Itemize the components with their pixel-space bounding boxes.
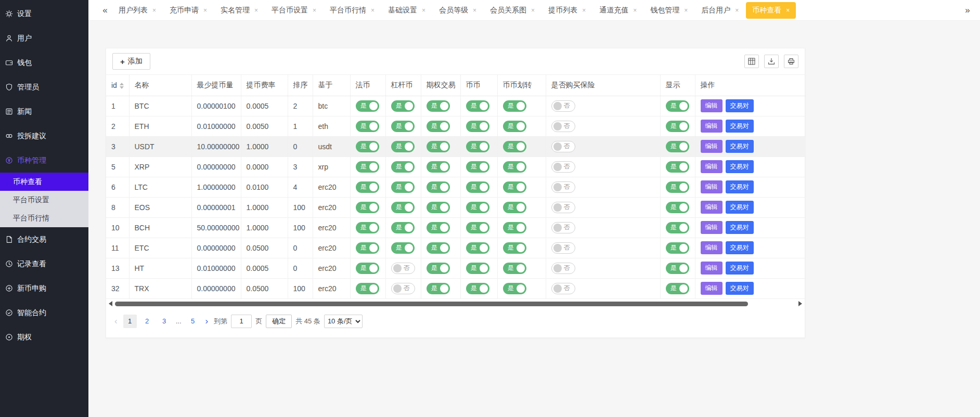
toggle-coin-transfer[interactable]: 是 bbox=[503, 121, 526, 132]
toggle-fiat[interactable]: 是 bbox=[356, 202, 379, 213]
trading-pair-button[interactable]: 交易对 bbox=[726, 241, 754, 254]
goto-page-input[interactable] bbox=[231, 315, 252, 328]
toggle-fiat[interactable]: 是 bbox=[356, 242, 379, 254]
toggle-fiat[interactable]: 是 bbox=[356, 100, 379, 112]
edit-button[interactable]: 编辑 bbox=[701, 99, 723, 112]
export-icon[interactable] bbox=[764, 55, 779, 68]
edit-button[interactable]: 编辑 bbox=[701, 221, 723, 233]
toggle-insurance[interactable]: 否 bbox=[551, 121, 575, 132]
toggle-show[interactable]: 是 bbox=[666, 161, 689, 173]
toggle-coin-transfer[interactable]: 是 bbox=[503, 181, 526, 193]
tab-close-icon[interactable]: × bbox=[203, 7, 207, 14]
tabs-scroll-left-icon[interactable]: « bbox=[98, 5, 112, 16]
toggle-option-trade[interactable]: 是 bbox=[427, 121, 450, 132]
sidebar-item-news[interactable]: 新闻 bbox=[0, 99, 88, 124]
toggle-option-trade[interactable]: 是 bbox=[427, 100, 450, 112]
trading-pair-button[interactable]: 交易对 bbox=[726, 201, 754, 213]
scrollbar-right-arrow-icon[interactable] bbox=[798, 301, 802, 306]
trading-pair-button[interactable]: 交易对 bbox=[726, 99, 754, 112]
toggle-leverage[interactable]: 是 bbox=[391, 222, 415, 233]
sidebar-subitem-platform-coin-settings[interactable]: 平台币设置 bbox=[0, 191, 88, 209]
toggle-coin-transfer[interactable]: 是 bbox=[503, 202, 526, 213]
trading-pair-button[interactable]: 交易对 bbox=[726, 120, 754, 132]
toggle-option-trade[interactable]: 是 bbox=[427, 141, 450, 152]
trading-pair-button[interactable]: 交易对 bbox=[726, 262, 754, 274]
next-page-arrow-icon[interactable]: › bbox=[203, 317, 211, 325]
scrollbar-thumb[interactable] bbox=[115, 302, 748, 306]
tab-close-icon[interactable]: × bbox=[422, 7, 425, 14]
toggle-leverage[interactable]: 是 bbox=[391, 202, 415, 213]
toggle-coin-transfer[interactable]: 是 bbox=[503, 242, 526, 254]
toggle-leverage[interactable]: 否 bbox=[391, 283, 415, 294]
toggle-coin-coin[interactable]: 是 bbox=[466, 181, 489, 193]
toggle-leverage[interactable]: 是 bbox=[391, 242, 415, 254]
trading-pair-button[interactable]: 交易对 bbox=[726, 140, 754, 152]
toggle-show[interactable]: 是 bbox=[666, 222, 689, 233]
toggle-option-trade[interactable]: 是 bbox=[427, 263, 450, 274]
tab-user-list[interactable]: 用户列表× bbox=[112, 2, 162, 19]
toggle-option-trade[interactable]: 是 bbox=[427, 283, 450, 294]
toggle-coin-transfer[interactable]: 是 bbox=[503, 161, 526, 173]
toggle-fiat[interactable]: 是 bbox=[356, 161, 379, 173]
toggle-coin-coin[interactable]: 是 bbox=[466, 100, 489, 112]
edit-button[interactable]: 编辑 bbox=[701, 282, 723, 294]
page-number-3[interactable]: 3 bbox=[158, 315, 171, 328]
tab-member-level[interactable]: 会员等级× bbox=[433, 2, 483, 19]
columns-icon[interactable] bbox=[744, 55, 759, 68]
toggle-show[interactable]: 是 bbox=[666, 242, 689, 254]
toggle-coin-transfer[interactable]: 是 bbox=[503, 141, 526, 152]
toggle-fiat[interactable]: 是 bbox=[356, 263, 379, 274]
toggle-coin-coin[interactable]: 是 bbox=[466, 121, 489, 132]
toggle-option-trade[interactable]: 是 bbox=[427, 242, 450, 254]
toggle-fiat[interactable]: 是 bbox=[356, 222, 379, 233]
sidebar-item-new-coin[interactable]: 新币申购 bbox=[0, 276, 88, 301]
toggle-insurance[interactable]: 否 bbox=[551, 263, 575, 274]
trading-pair-button[interactable]: 交易对 bbox=[726, 160, 754, 173]
toggle-insurance[interactable]: 否 bbox=[551, 283, 575, 294]
sidebar-item-settings[interactable]: 设置 bbox=[0, 2, 88, 26]
scrollbar-track[interactable] bbox=[115, 302, 796, 306]
trading-pair-button[interactable]: 交易对 bbox=[726, 282, 754, 294]
horizontal-scrollbar[interactable] bbox=[106, 300, 805, 308]
add-button[interactable]: + 添加 bbox=[112, 53, 150, 70]
edit-button[interactable]: 编辑 bbox=[701, 120, 723, 132]
tab-close-icon[interactable]: × bbox=[152, 7, 156, 14]
toggle-option-trade[interactable]: 是 bbox=[427, 161, 450, 173]
toggle-fiat[interactable]: 是 bbox=[356, 121, 379, 132]
toggle-insurance[interactable]: 否 bbox=[551, 100, 575, 112]
toggle-option-trade[interactable]: 是 bbox=[427, 202, 450, 213]
sidebar-item-wallet[interactable]: 钱包 bbox=[0, 50, 88, 75]
page-number-1[interactable]: 1 bbox=[123, 315, 137, 328]
tab-close-icon[interactable]: × bbox=[633, 7, 637, 14]
tab-close-icon[interactable]: × bbox=[735, 7, 739, 14]
scrollbar-left-arrow-icon[interactable] bbox=[109, 301, 112, 306]
tab-admin-users[interactable]: 后台用户× bbox=[695, 2, 745, 19]
sort-icon[interactable] bbox=[120, 83, 124, 89]
toggle-show[interactable]: 是 bbox=[666, 141, 689, 152]
page-number-5[interactable]: 5 bbox=[186, 315, 200, 328]
toggle-insurance[interactable]: 否 bbox=[551, 141, 575, 152]
tab-deposit-request[interactable]: 充币申请× bbox=[163, 2, 213, 19]
edit-button[interactable]: 编辑 bbox=[701, 140, 723, 152]
toggle-leverage[interactable]: 是 bbox=[391, 100, 415, 112]
sidebar-item-records[interactable]: 记录查看 bbox=[0, 252, 88, 276]
toggle-coin-transfer[interactable]: 是 bbox=[503, 100, 526, 112]
toggle-coin-coin[interactable]: 是 bbox=[466, 141, 489, 152]
toggle-coin-coin[interactable]: 是 bbox=[466, 161, 489, 173]
print-icon[interactable] bbox=[784, 55, 798, 68]
toggle-fiat[interactable]: 是 bbox=[356, 141, 379, 152]
toggle-option-trade[interactable]: 是 bbox=[427, 181, 450, 193]
sidebar-item-smart-contract[interactable]: 智能合约 bbox=[0, 301, 88, 325]
edit-button[interactable]: 编辑 bbox=[701, 262, 723, 274]
toggle-show[interactable]: 是 bbox=[666, 121, 689, 132]
toggle-fiat[interactable]: 是 bbox=[356, 283, 379, 294]
confirm-button[interactable]: 确定 bbox=[266, 315, 292, 328]
sidebar-item-options[interactable]: 期权 bbox=[0, 325, 88, 349]
toggle-option-trade[interactable]: 是 bbox=[427, 222, 450, 233]
toggle-insurance[interactable]: 否 bbox=[551, 222, 575, 233]
tab-close-icon[interactable]: × bbox=[254, 7, 258, 14]
toggle-leverage[interactable]: 是 bbox=[391, 141, 415, 152]
toggle-coin-coin[interactable]: 是 bbox=[466, 263, 489, 274]
toggle-show[interactable]: 是 bbox=[666, 263, 689, 274]
tab-close-icon[interactable]: × bbox=[371, 7, 375, 14]
